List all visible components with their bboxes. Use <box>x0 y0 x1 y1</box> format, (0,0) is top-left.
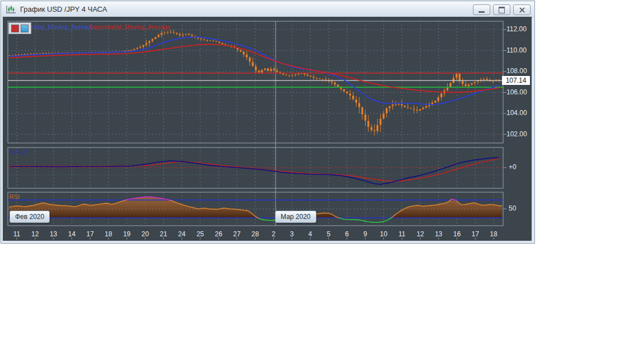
chart-client-area: Exponential_Moving_Average Exponential_M… <box>3 17 532 241</box>
caption-buttons <box>473 4 531 15</box>
rsi-panel-label: RSI <box>10 193 20 200</box>
minimize-button[interactable] <box>473 4 490 15</box>
macd-axis-label: +0 <box>509 163 517 171</box>
time-axis-label: 19 <box>118 230 136 238</box>
time-axis-label: 16 <box>448 230 466 238</box>
window-title: График USD /JPY 4 ЧАСА <box>20 5 107 13</box>
close-button[interactable] <box>513 4 531 15</box>
current-price-label: 107.14 <box>502 76 530 85</box>
time-axis-label: 10 <box>375 230 392 238</box>
time-axis-label: 26 <box>210 230 228 238</box>
rsi-axis-label: 50 <box>509 204 516 212</box>
price-axis-label: 108.00 <box>506 67 532 75</box>
time-axis-label: 4 <box>301 230 319 238</box>
time-axis-label: 11 <box>393 230 411 238</box>
price-axis-label: 112.00 <box>506 25 532 33</box>
time-axis-label: 9 <box>356 230 374 238</box>
indicator-settings-buttons[interactable] <box>8 22 31 34</box>
time-axis-label: 24 <box>173 230 191 238</box>
price-axis-label: 104.00 <box>506 109 532 117</box>
time-axis-label: 17 <box>81 230 99 238</box>
candlestick-chart-icon <box>6 5 16 14</box>
minimize-icon <box>479 11 485 13</box>
time-axis-label: 28 <box>247 230 264 238</box>
time-axis-label: 12 <box>411 230 429 238</box>
legend-ma-slow-label: Exponential_Moving_Average <box>89 23 171 30</box>
chart-canvas[interactable] <box>3 17 532 241</box>
time-axis-label: 13 <box>430 230 448 238</box>
time-axis-label: 20 <box>136 230 154 238</box>
time-axis-label: 14 <box>63 230 80 238</box>
ma-color-swatch-red[interactable] <box>11 25 19 32</box>
price-axis-label: 106.00 <box>506 88 532 96</box>
time-axis-label: 17 <box>466 230 484 238</box>
time-axis-label: 11 <box>8 230 26 238</box>
price-axis-label: 110.00 <box>506 46 532 54</box>
price-axis-label: 102.00 <box>506 130 532 138</box>
time-axis-label: 5 <box>320 230 338 238</box>
close-icon <box>519 7 525 13</box>
macd-panel-label: MACD <box>10 149 27 155</box>
time-axis-label: 12 <box>26 230 44 238</box>
time-axis-label: 3 <box>283 230 301 238</box>
time-axis-label: 18 <box>485 230 503 238</box>
time-axis-label: 27 <box>228 230 246 238</box>
time-axis-label: 6 <box>338 230 356 238</box>
ma-color-swatch-blue[interactable] <box>21 25 29 32</box>
time-axis-label: 18 <box>100 230 117 238</box>
title-bar[interactable]: График USD /JPY 4 ЧАСА <box>2 2 534 17</box>
time-axis-label: 25 <box>191 230 209 238</box>
month-marker-feb: Фев 2020 <box>10 211 50 223</box>
time-axis-label: 2 <box>264 230 282 238</box>
candles-layer <box>8 30 500 136</box>
restore-button[interactable] <box>493 4 510 15</box>
restore-icon <box>499 7 505 13</box>
time-axis-label: 13 <box>45 230 63 238</box>
chart-window: График USD /JPY 4 ЧАСА Exponential_Movin… <box>1 1 535 244</box>
time-axis-label: 21 <box>154 230 172 238</box>
month-marker-mar: Мар 2020 <box>275 211 316 223</box>
